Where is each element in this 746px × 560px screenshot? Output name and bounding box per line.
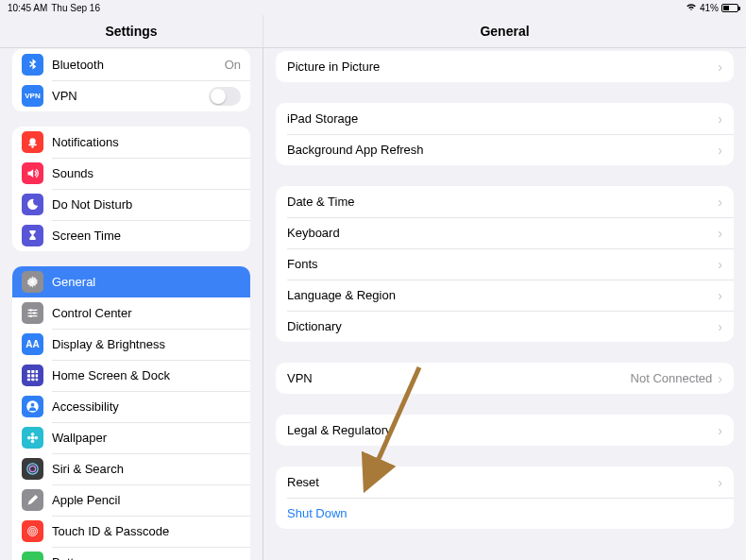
sidebar-item-display-brightness[interactable]: AADisplay & Brightness (12, 329, 250, 360)
sidebar-group-main: GeneralControl CenterAADisplay & Brightn… (12, 266, 250, 560)
speaker-icon (22, 162, 43, 184)
sidebar-item-apple-pencil[interactable]: Apple Pencil (12, 484, 250, 516)
sidebar-item-home-screen-dock[interactable]: Home Screen & Dock (12, 360, 250, 391)
svg-point-20 (31, 403, 35, 407)
nav-title-left: Settings (105, 24, 157, 39)
sidebar-item-general[interactable]: General (12, 266, 250, 297)
detail-row-date-time[interactable]: Date & Time› (276, 186, 734, 217)
detail-group-vpn: VPNNot Connected› (276, 363, 734, 394)
detail-row-dictionary[interactable]: Dictionary› (276, 311, 734, 342)
svg-point-30 (31, 530, 34, 533)
svg-rect-6 (28, 315, 38, 316)
svg-point-9 (29, 314, 32, 317)
detail-row-fonts[interactable]: Fonts› (276, 248, 734, 280)
sidebar: BluetoothOnVPNVPN NotificationsSoundsDo … (0, 48, 263, 560)
sidebar-group-notifications: NotificationsSoundsDo Not DisturbScreen … (12, 127, 250, 251)
sidebar-item-sounds[interactable]: Sounds (12, 158, 250, 189)
detail-row-label: Date & Time (287, 195, 718, 209)
svg-rect-11 (31, 370, 34, 373)
sidebar-item-label: General (52, 275, 241, 289)
detail-group-input: Date & Time›Keyboard›Fonts›Language & Re… (276, 186, 734, 342)
detail-row-vpn[interactable]: VPNNot Connected› (276, 363, 734, 394)
nav-general: General (263, 15, 746, 47)
svg-rect-5 (28, 313, 38, 314)
bluetooth-icon (22, 54, 43, 76)
bell-icon (22, 131, 43, 153)
sidebar-item-battery[interactable]: Battery (12, 547, 250, 560)
chevron-right-icon: › (718, 319, 722, 334)
svg-rect-16 (27, 379, 30, 382)
detail-row-legal-regulatory[interactable]: Legal & Regulatory› (276, 415, 734, 446)
svg-point-29 (29, 528, 35, 534)
battery-icon (721, 4, 738, 12)
sidebar-item-label: Notifications (52, 135, 241, 149)
detail-row-label: Keyboard (287, 226, 718, 240)
detail-row-label: Legal & Regulatory (287, 423, 718, 437)
svg-rect-18 (36, 379, 39, 382)
svg-point-8 (33, 312, 36, 314)
chevron-right-icon: › (718, 475, 722, 490)
svg-rect-13 (27, 374, 30, 377)
detail-row-label: VPN (287, 371, 631, 385)
svg-rect-17 (31, 379, 34, 382)
svg-rect-4 (28, 310, 38, 311)
detail-row-background-app-refresh[interactable]: Background App Refresh› (276, 134, 734, 165)
sidebar-item-do-not-disturb[interactable]: Do Not Disturb (12, 189, 250, 220)
svg-point-7 (29, 309, 32, 312)
svg-point-27 (29, 466, 35, 471)
chevron-right-icon: › (718, 257, 722, 272)
sidebar-item-screen-time[interactable]: Screen Time (12, 220, 250, 251)
detail-row-label: Fonts (287, 257, 718, 271)
nav-bars: Settings General (0, 15, 746, 48)
detail-row-keyboard[interactable]: Keyboard› (276, 217, 734, 248)
sidebar-item-bluetooth[interactable]: BluetoothOn (12, 49, 250, 80)
sidebar-item-control-center[interactable]: Control Center (12, 297, 250, 329)
svg-rect-14 (31, 374, 34, 377)
hourglass-icon (22, 225, 43, 246)
detail-row-shut-down[interactable]: Shut Down (276, 498, 734, 529)
sidebar-item-label: Siri & Search (52, 462, 241, 476)
nav-title-right: General (480, 24, 529, 39)
detail-row-label: Reset (287, 475, 718, 489)
detail-row-label: Background App Refresh (287, 143, 718, 157)
sidebar-group-connectivity: BluetoothOnVPNVPN (12, 49, 250, 111)
detail-row-reset[interactable]: Reset› (276, 467, 734, 498)
sidebar-item-accessibility[interactable]: Accessibility (12, 391, 250, 422)
detail-pane: Picture in Picture› iPad Storage›Backgro… (263, 48, 746, 560)
sidebar-item-touch-id-passcode[interactable]: Touch ID & Passcode (12, 516, 250, 547)
detail-group-reset: Reset›Shut Down (276, 467, 734, 529)
status-time: 10:45 AM (8, 3, 47, 13)
sidebar-item-label: Touch ID & Passcode (52, 524, 241, 538)
vpn-toggle[interactable] (209, 87, 241, 106)
svg-point-23 (31, 439, 35, 443)
pencil-icon (22, 489, 43, 511)
sidebar-item-wallpaper[interactable]: Wallpaper (12, 422, 250, 453)
moon-icon (22, 194, 43, 215)
battery-percent: 41% (700, 3, 719, 13)
status-bar: 10:45 AM Thu Sep 16 41% (0, 0, 746, 15)
detail-row-ipad-storage[interactable]: iPad Storage› (276, 103, 734, 134)
sliders-icon (22, 302, 43, 324)
svg-point-21 (31, 436, 35, 440)
chevron-right-icon: › (718, 288, 722, 303)
sidebar-item-notifications[interactable]: Notifications (12, 127, 250, 158)
detail-row-label: Language & Region (287, 288, 718, 302)
detail-row-language-region[interactable]: Language & Region› (276, 280, 734, 311)
detail-row-label: Shut Down (287, 506, 722, 520)
svg-point-24 (27, 436, 31, 440)
chevron-right-icon: › (718, 59, 722, 75)
svg-point-26 (27, 464, 38, 474)
sidebar-item-siri-search[interactable]: Siri & Search (12, 453, 250, 484)
sidebar-item-label: Control Center (52, 306, 241, 320)
grid-icon (22, 365, 43, 386)
chevron-right-icon: › (718, 143, 722, 158)
sidebar-item-vpn[interactable]: VPNVPN (12, 80, 250, 111)
sidebar-item-label: Apple Pencil (52, 493, 241, 507)
svg-point-22 (31, 433, 35, 436)
detail-row-picture-in-picture[interactable]: Picture in Picture› (276, 51, 734, 82)
chevron-right-icon: › (718, 371, 722, 386)
sidebar-item-label: Display & Brightness (52, 337, 241, 351)
sidebar-item-label: Bluetooth (52, 58, 225, 72)
sidebar-item-label: Home Screen & Dock (52, 368, 241, 382)
vpn-icon: VPN (22, 85, 43, 107)
